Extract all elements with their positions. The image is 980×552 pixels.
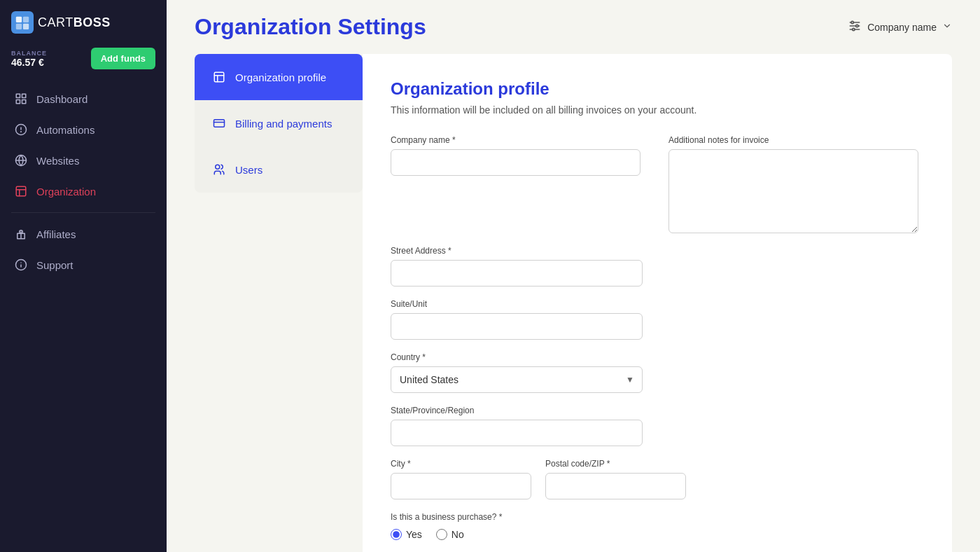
- sidebar-item-label-organization: Organization: [36, 186, 96, 198]
- street-address-input[interactable]: [391, 260, 643, 287]
- users-icon: [211, 162, 227, 177]
- postal-code-input[interactable]: [545, 473, 686, 499]
- chevron-down-icon: [942, 21, 952, 33]
- form-panel: Organization profile This information wi…: [363, 54, 952, 552]
- sidebar-nav: Dashboard Automations Websites: [0, 78, 167, 552]
- company-name-input[interactable]: [391, 149, 640, 176]
- svg-rect-23: [214, 120, 225, 127]
- svg-rect-5: [22, 94, 26, 97]
- sidebar-item-support[interactable]: Support: [0, 249, 167, 280]
- balance-amount: 46.57 €: [11, 57, 47, 68]
- business-purchase-radios: Yes No: [391, 529, 918, 540]
- add-funds-button[interactable]: Add funds: [91, 48, 155, 69]
- sidebar-item-automations[interactable]: Automations: [0, 114, 167, 145]
- grid-icon: [14, 92, 28, 106]
- svg-point-10: [21, 132, 22, 132]
- svg-point-25: [216, 165, 220, 169]
- country-select-wrapper: United States United Kingdom Canada Germ…: [391, 366, 643, 393]
- sidebar-item-organization[interactable]: Organization: [0, 176, 167, 207]
- svg-rect-2: [16, 24, 22, 29]
- headset-icon: [14, 258, 28, 272]
- svg-rect-6: [16, 100, 20, 104]
- radio-yes-input[interactable]: [391, 529, 402, 540]
- postal-code-group: Postal code/ZIP *: [545, 459, 686, 499]
- tab-billing-label: Billing and payments: [235, 118, 332, 130]
- svg-rect-1: [23, 17, 29, 22]
- balance-label: BALANCE: [11, 50, 47, 57]
- svg-rect-4: [16, 94, 20, 97]
- postal-code-label: Postal code/ZIP *: [545, 459, 686, 469]
- globe-icon: [14, 153, 28, 167]
- svg-rect-7: [22, 100, 26, 104]
- gift-icon: [14, 227, 28, 241]
- country-select[interactable]: United States United Kingdom Canada Germ…: [391, 366, 643, 393]
- radio-no-label[interactable]: No: [436, 529, 464, 540]
- suite-unit-input[interactable]: [391, 313, 643, 340]
- settings-sliders-icon: [848, 19, 862, 35]
- sidebar-item-label-support: Support: [36, 259, 74, 271]
- svg-rect-22: [214, 72, 224, 82]
- additional-notes-group: Additional notes for invoice: [668, 135, 918, 233]
- tabs-panel: Organization profile Billing and payment…: [195, 54, 363, 552]
- tab-org-profile-label: Organization profile: [235, 71, 326, 83]
- svg-point-19: [851, 21, 853, 23]
- form-subtitle: This information will be included on all…: [391, 104, 918, 116]
- message-icon: [14, 123, 28, 137]
- row-company-notes: Company name * Additional notes for invo…: [391, 135, 918, 233]
- svg-point-20: [856, 25, 858, 27]
- balance-section: BALANCE 46.57 € Add funds: [0, 42, 167, 78]
- form-rows: Street Address * Suite/Unit Country * Un…: [391, 246, 918, 552]
- sidebar-item-affiliates[interactable]: Affiliates: [0, 219, 167, 249]
- svg-point-21: [853, 28, 855, 30]
- content-area: Organization profile Billing and payment…: [167, 47, 980, 552]
- logo-text: CARTBOSS: [38, 15, 111, 30]
- suite-unit-label: Suite/Unit: [391, 299, 643, 309]
- logo-icon: [11, 11, 34, 34]
- yes-label: Yes: [406, 529, 422, 540]
- country-group: Country * United States United Kingdom C…: [391, 352, 643, 393]
- city-group: City *: [391, 459, 531, 499]
- tab-org-profile[interactable]: Organization profile: [195, 54, 363, 100]
- additional-notes-textarea[interactable]: [668, 149, 918, 233]
- state-label: State/Province/Region: [391, 406, 643, 415]
- svg-rect-13: [16, 186, 26, 196]
- page-title: Organization Settings: [195, 14, 426, 40]
- radio-yes-label[interactable]: Yes: [391, 529, 422, 540]
- sidebar-item-websites[interactable]: Websites: [0, 145, 167, 176]
- tab-billing[interactable]: Billing and payments: [195, 100, 363, 146]
- street-address-label: Street Address *: [391, 246, 643, 256]
- business-purchase-group: Is this a business purchase? * Yes No: [391, 512, 918, 540]
- building-icon: [14, 184, 28, 198]
- building-tab-icon: [211, 69, 227, 85]
- radio-no-input[interactable]: [436, 529, 447, 540]
- state-input[interactable]: [391, 420, 643, 446]
- top-bar: Organization Settings Company name: [167, 0, 980, 47]
- sidebar: CARTBOSS BALANCE 46.57 € Add funds Dashb…: [0, 0, 167, 552]
- company-name-label: Company name *: [391, 135, 640, 145]
- company-selector[interactable]: Company name: [848, 19, 952, 35]
- sidebar-item-label-affiliates: Affiliates: [36, 228, 76, 240]
- balance-info: BALANCE 46.57 €: [11, 50, 47, 68]
- nav-divider: [11, 212, 155, 213]
- tab-users-label: Users: [235, 164, 262, 176]
- city-label: City *: [391, 459, 531, 469]
- country-label: Country *: [391, 352, 643, 362]
- sidebar-item-label-dashboard: Dashboard: [36, 93, 88, 105]
- state-group: State/Province/Region: [391, 406, 643, 446]
- suite-unit-group: Suite/Unit: [391, 299, 643, 340]
- svg-rect-3: [23, 24, 29, 29]
- street-address-group: Street Address *: [391, 246, 643, 287]
- city-postal-row: City * Postal code/ZIP *: [391, 459, 643, 499]
- city-input[interactable]: [391, 473, 531, 499]
- card-icon: [211, 116, 227, 131]
- logo-area: CARTBOSS: [0, 0, 167, 42]
- svg-rect-0: [16, 17, 22, 22]
- no-label: No: [451, 529, 464, 540]
- main-content: Organization Settings Company name: [167, 0, 980, 552]
- additional-notes-label: Additional notes for invoice: [668, 135, 918, 145]
- tab-users[interactable]: Users: [195, 146, 363, 193]
- sidebar-item-dashboard[interactable]: Dashboard: [0, 83, 167, 114]
- company-name-label: Company name: [867, 22, 937, 33]
- sidebar-item-label-automations: Automations: [36, 124, 94, 136]
- sidebar-item-label-websites: Websites: [36, 155, 79, 167]
